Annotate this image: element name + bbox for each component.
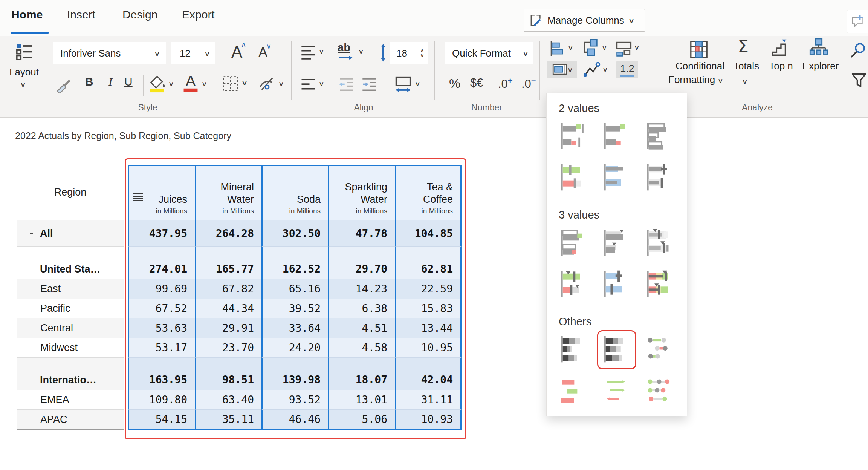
chevron-down-icon[interactable] [634, 44, 640, 51]
value-cell[interactable]: 33.64 [261, 318, 328, 338]
italic-button[interactable]: I [108, 75, 112, 88]
chevron-down-icon[interactable] [278, 80, 284, 87]
row-label-cell[interactable]: East [17, 279, 124, 299]
row-label-cell[interactable]: United Sta… [17, 247, 124, 279]
top-n-button[interactable] [770, 38, 790, 60]
stacked-grayscale-b-icon[interactable] [602, 335, 632, 365]
overlapped-bars-icon[interactable] [645, 121, 675, 152]
row-label-cell[interactable]: Central [17, 318, 124, 338]
value-cell[interactable]: 62.81 [395, 247, 462, 279]
filter-button[interactable] [850, 72, 868, 91]
value-cell[interactable]: 47.78 [328, 220, 395, 247]
font-name-select[interactable]: Inforiver Sans [53, 42, 166, 64]
value-cell[interactable]: 93.52 [261, 390, 328, 410]
value-cell[interactable]: 53.63 [128, 318, 195, 338]
column-header[interactable]: Sparkling Waterin Millions [328, 165, 395, 220]
gray-whisker-bars-icon[interactable] [645, 163, 675, 193]
value-cell[interactable]: 5.06 [328, 410, 395, 430]
value-cell[interactable]: 67.82 [195, 279, 261, 299]
fill-color-button[interactable] [148, 75, 167, 94]
row-label-cell[interactable]: EMEA [17, 390, 124, 410]
region-column-header[interactable]: Region [17, 165, 124, 220]
value-cell[interactable]: 109.80 [128, 390, 195, 410]
add-comment-button[interactable] [847, 10, 868, 33]
percent-button[interactable]: % [449, 76, 460, 91]
row-label-cell[interactable]: All [17, 220, 124, 247]
row-label-cell[interactable]: Pacific [17, 299, 124, 318]
decrease-decimal-button[interactable]: .0− [521, 76, 536, 91]
sparkline-button[interactable] [583, 61, 601, 80]
borders-button[interactable] [222, 75, 240, 94]
value-cell[interactable]: 162.52 [261, 247, 328, 279]
value-cell[interactable]: 99.69 [128, 279, 195, 299]
column-menu-icon[interactable] [133, 193, 143, 202]
collapse-icon[interactable] [28, 266, 35, 273]
totals-button[interactable]: Σ [738, 36, 749, 57]
tab-home[interactable]: Home [11, 8, 43, 21]
wrap-text-button[interactable]: ab [338, 41, 354, 61]
value-cell[interactable]: 53.17 [128, 338, 195, 358]
chevron-down-icon[interactable] [358, 47, 364, 55]
variance-bar-icon[interactable] [602, 121, 632, 152]
chevron-down-icon[interactable] [168, 80, 174, 87]
chevron-down-icon[interactable] [318, 47, 324, 55]
variance-bar-tick-icon[interactable] [559, 121, 589, 152]
value-cell[interactable]: 98.51 [195, 358, 261, 390]
indent-button[interactable] [360, 76, 378, 95]
value-cell[interactable]: 302.50 [261, 220, 328, 247]
horizontal-align-button[interactable] [300, 77, 317, 94]
value-cell[interactable]: 46.46 [261, 410, 328, 430]
value-cell[interactable]: 4.58 [328, 338, 395, 358]
chart-in-cell-button-selected[interactable] [547, 61, 577, 78]
chevron-down-icon[interactable] [741, 77, 748, 85]
tab-design[interactable]: Design [122, 8, 157, 21]
dumbbell-dots-icon[interactable] [645, 335, 675, 365]
tab-export[interactable]: Export [182, 8, 215, 21]
chevron-down-icon[interactable] [201, 80, 207, 87]
increase-font-button[interactable]: A∧ [231, 40, 246, 61]
value-cell[interactable]: 4.51 [328, 318, 395, 338]
value-cell[interactable]: 10.93 [395, 410, 462, 430]
chevron-down-icon[interactable] [602, 66, 608, 73]
layout-chart-button[interactable] [615, 40, 633, 60]
value-cell[interactable]: 39.52 [261, 299, 328, 318]
offset-colored-bars-icon[interactable] [559, 376, 589, 406]
vertical-align-button[interactable] [300, 44, 317, 63]
chevron-down-icon[interactable] [20, 80, 26, 88]
chevron-down-icon[interactable] [567, 44, 573, 51]
stepper-down-icon[interactable] [420, 53, 424, 58]
value-cell[interactable]: 22.59 [395, 279, 462, 299]
value-cell[interactable]: 264.28 [195, 220, 261, 247]
quick-format-select[interactable]: Quick Format [445, 42, 533, 64]
value-cell[interactable]: 104.85 [395, 220, 462, 247]
value-cell[interactable]: 42.04 [395, 358, 462, 390]
value-cell[interactable]: 163.95 [128, 358, 195, 390]
increase-decimal-button[interactable]: .0+ [498, 76, 513, 91]
collapse-icon[interactable] [28, 230, 35, 237]
triangle-marker-bars-icon[interactable] [602, 228, 632, 258]
explorer-button[interactable] [808, 38, 829, 60]
value-cell[interactable]: 31.11 [395, 390, 462, 410]
outline-variance-bars-icon[interactable] [559, 228, 589, 258]
value-cell[interactable]: 165.77 [195, 247, 261, 279]
value-cell[interactable]: 35.11 [195, 410, 261, 430]
column-header[interactable]: Sodain Millions [261, 165, 328, 220]
row-height-stepper[interactable]: 18 [390, 42, 428, 64]
value-cell[interactable]: 15.83 [395, 299, 462, 318]
value-cell[interactable]: 65.16 [261, 279, 328, 299]
value-cell[interactable]: 24.20 [261, 338, 328, 358]
value-cell[interactable]: 23.70 [195, 338, 261, 358]
search-button[interactable] [849, 41, 867, 61]
format-painter-button[interactable] [55, 76, 72, 95]
chevron-down-icon[interactable] [414, 80, 420, 87]
blue-cross-marker-bars-icon[interactable] [602, 269, 632, 300]
column-width-button[interactable] [393, 75, 413, 96]
manage-columns-button[interactable]: Manage Columns [524, 9, 645, 32]
font-color-button[interactable]: A [182, 74, 200, 93]
value-cell[interactable]: 14.23 [328, 279, 395, 299]
value-cell[interactable]: 6.38 [328, 299, 395, 318]
tab-insert[interactable]: Insert [67, 8, 95, 21]
bar-chart-button[interactable] [549, 40, 567, 59]
hide-values-button[interactable] [258, 75, 277, 94]
dot-plot-lines-icon[interactable] [645, 376, 675, 406]
